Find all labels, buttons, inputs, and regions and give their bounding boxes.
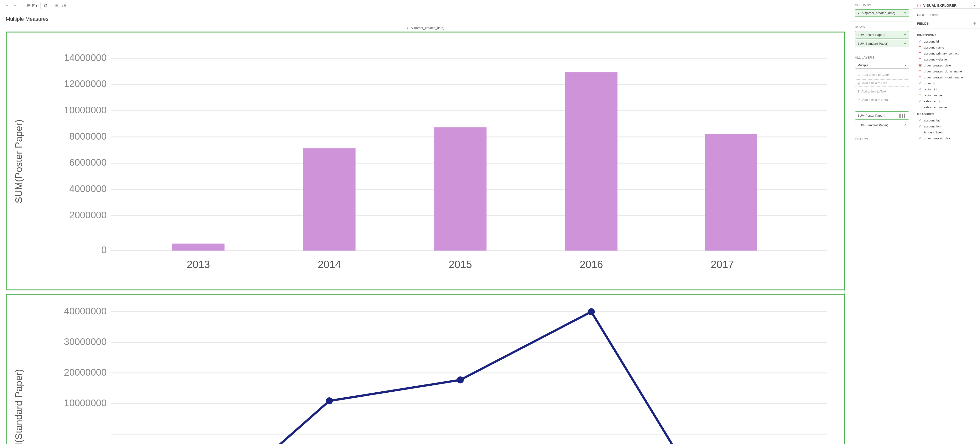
field-sales-rep-id: # sales_rep_id xyxy=(917,98,976,104)
field-name: account_name xyxy=(924,46,944,49)
pivot-button[interactable]: ⇄↑ xyxy=(43,2,50,9)
fields-list: Dimensions # account_id T account_name T… xyxy=(913,29,980,444)
rows-field-2[interactable]: SUM(Standard Paper) ▼ xyxy=(855,40,909,48)
rows-field-2-name: SUM(Standard Paper) xyxy=(858,42,888,46)
svg-text:4000000: 4000000 xyxy=(69,183,107,194)
svg-point-43 xyxy=(326,397,333,404)
svg-text:SUM(Standard Paper): SUM(Standard Paper) xyxy=(13,369,24,444)
filters-label: Filters xyxy=(855,138,909,141)
field-name: order_created_day xyxy=(924,136,950,140)
hash-icon: # xyxy=(918,119,922,122)
tab-format[interactable]: Format xyxy=(930,11,940,19)
all-layers-label: All Layers xyxy=(855,56,909,59)
rows-field-2-arrow: ▼ xyxy=(904,42,907,46)
columns-field-arrow: ▼ xyxy=(904,11,907,15)
layers-select[interactable]: Multiple xyxy=(855,62,909,69)
field-account-lon: # account_lon xyxy=(917,124,976,129)
add-text-label: Add a field to Text xyxy=(862,90,886,93)
svg-text:40000000: 40000000 xyxy=(64,306,107,317)
add-color-row[interactable]: ▦ Add a field to Color xyxy=(855,71,909,78)
add-view-button[interactable]: ⊞ ⊡▾ xyxy=(26,2,38,9)
nav-buttons: ← → xyxy=(4,2,18,9)
tab-data[interactable]: Data xyxy=(917,11,924,19)
svg-rect-20 xyxy=(434,127,487,251)
columns-label: Columns xyxy=(855,3,909,7)
svg-text:10000000: 10000000 xyxy=(64,398,107,408)
svg-rect-21 xyxy=(565,72,617,251)
add-size-row[interactable]: ◎ Add a field to Size xyxy=(855,79,909,87)
field-region-name: T region_name xyxy=(917,92,976,98)
measure-1-name: SUM(Poster Paper) xyxy=(858,114,885,117)
measure-2-name: SUM(Standard Paper) xyxy=(858,124,888,127)
rows-field-1-arrow: ▼ xyxy=(904,33,907,36)
field-amount-spent: = Amount Spent xyxy=(917,129,976,135)
hash-icon: # xyxy=(918,100,922,103)
filters-section: Filters xyxy=(851,134,913,147)
field-name: order_created_month_name xyxy=(924,76,963,79)
field-order-id: # order_id xyxy=(917,80,976,86)
measures-category-label: Measures xyxy=(917,113,976,116)
x-axis-label: YEAR(order_created_date) xyxy=(6,26,845,30)
add-color-label: Add a field to Color xyxy=(862,73,889,76)
svg-text:SUM(Poster Paper): SUM(Poster Paper) xyxy=(13,119,24,203)
ve-icon: ⬡ xyxy=(917,3,921,8)
date-icon: 📅 xyxy=(918,64,922,67)
text-icon: T xyxy=(858,89,860,93)
add-size-label: Add a field to Size xyxy=(862,81,888,85)
field-account-id: # account_id xyxy=(917,38,976,44)
field-name: account_lat xyxy=(924,119,940,122)
add-detail-label: Add a field to Detail xyxy=(862,98,889,101)
field-order-month: T order_created_month_name xyxy=(917,75,976,80)
columns-field-pill[interactable]: YEAR(order_created_date) ▼ xyxy=(855,10,909,17)
measure-row-2[interactable]: SUM(Standard Paper) ↗ xyxy=(855,121,909,129)
ve-tabs: Data Format xyxy=(913,11,980,19)
measure-1-icon: ▌▌▌ xyxy=(899,114,907,117)
svg-text:12000000: 12000000 xyxy=(64,78,107,89)
ve-collapse-icon[interactable]: ▼ xyxy=(973,4,976,7)
svg-text:2000000: 2000000 xyxy=(69,210,107,220)
columns-field-name: YEAR(order_created_date) xyxy=(858,11,895,15)
sort-asc-button[interactable]: ↑≡ xyxy=(52,2,59,9)
add-detail-row[interactable]: ⁘ Add a field to Detail xyxy=(855,96,909,103)
svg-text:2017: 2017 xyxy=(711,258,734,270)
svg-text:8000000: 8000000 xyxy=(69,131,107,142)
rows-field-1[interactable]: SUM(Poster Paper) ▼ xyxy=(855,31,909,38)
hash-icon: # xyxy=(918,137,922,140)
color-icon: ▦ xyxy=(858,73,861,76)
back-button[interactable]: ← xyxy=(4,2,10,9)
svg-text:2015: 2015 xyxy=(449,258,472,270)
hash-icon: # xyxy=(918,82,922,85)
text-type-icon: T xyxy=(918,58,922,61)
svg-text:14000000: 14000000 xyxy=(64,52,107,63)
measure-2-icon: ↗ xyxy=(904,123,907,127)
toolbar-actions: ⊞ ⊡▾ ⇄↑ ↑≡ ↓≡ xyxy=(26,2,67,9)
calc-icon: = xyxy=(918,131,922,134)
chart-section: Multiple Measures YEAR(order_created_dat… xyxy=(0,11,851,444)
chart-wrapper: 14000000 12000000 10000000 8000000 60000… xyxy=(6,32,845,444)
field-account-lat: # account_lat xyxy=(917,117,976,124)
toolbar-separator-2 xyxy=(40,2,41,9)
field-name: sales_rep_name xyxy=(924,105,947,109)
hash-icon: # xyxy=(918,40,922,43)
svg-text:30000000: 30000000 xyxy=(64,336,107,347)
ve-title-row: ⬡ VISUAL EXPLORER xyxy=(917,3,957,8)
field-name: order_created_date xyxy=(924,63,951,67)
field-name: sales_rep_id xyxy=(924,100,942,103)
measure-row-1[interactable]: SUM(Poster Paper) ▌▌▌ xyxy=(855,111,909,119)
field-name: region_id xyxy=(924,87,937,91)
field-region-id: # region_id xyxy=(917,86,976,92)
layers-select-wrapper: Multiple xyxy=(855,62,909,69)
svg-text:10000000: 10000000 xyxy=(64,105,107,116)
text-type-icon: T xyxy=(918,46,922,49)
sort-desc-button[interactable]: ↓≡ xyxy=(61,2,67,9)
forward-button[interactable]: → xyxy=(12,2,18,9)
svg-point-44 xyxy=(457,376,464,383)
add-text-row[interactable]: T Add a field to Text xyxy=(855,88,909,95)
detail-icon: ⁘ xyxy=(858,98,860,101)
svg-text:2013: 2013 xyxy=(187,258,210,270)
svg-rect-28 xyxy=(6,294,845,444)
columns-section: Columns YEAR(order_created_date) ▼ xyxy=(851,0,913,22)
visual-explorer-header: ⬡ VISUAL EXPLORER ▼ xyxy=(913,0,980,9)
fields-settings-icon[interactable]: ⚙ xyxy=(973,22,976,25)
text-type-icon: T xyxy=(918,94,922,97)
